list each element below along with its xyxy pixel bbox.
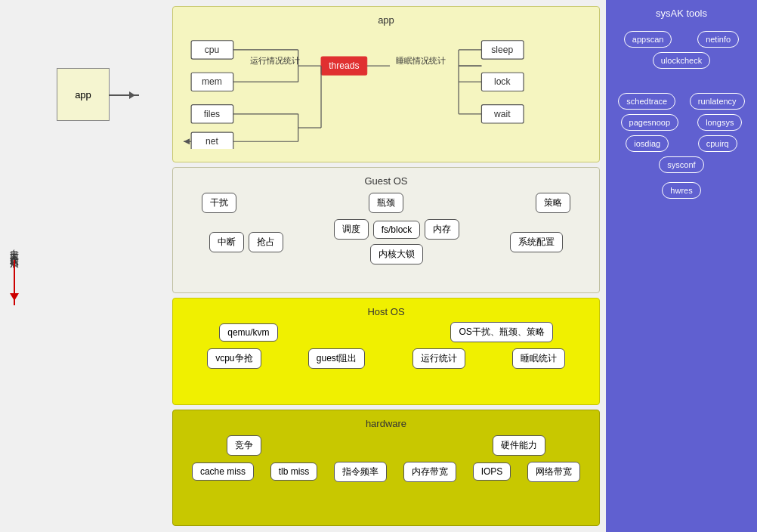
hw-row-1: 竞争 硬件能力 bbox=[184, 435, 589, 456]
chip-jingzheng: 竞争 bbox=[227, 435, 261, 456]
main-panel: app cpu mem files net 运行情况统计 threads 睡眠情… bbox=[166, 0, 606, 532]
tool-schedtrace[interactable]: schedtrace bbox=[618, 93, 675, 110]
sysak-title: sysAK tools bbox=[613, 8, 749, 19]
chip-pingjing: 瓶颈 bbox=[369, 193, 403, 213]
guest-row-2: 中断 抢占 调度 fs/block 内存 内核大锁 系统配置 bbox=[184, 219, 589, 264]
svg-text:sleep: sleep bbox=[491, 45, 513, 55]
chip-iops: IOPS bbox=[473, 462, 511, 481]
chip-xitong: 系统配置 bbox=[510, 232, 563, 252]
tool-row-3: schedtrace runlatency bbox=[613, 93, 749, 110]
section-guest: Guest OS 干扰 瓶颈 策略 中断 抢占 调度 fs/block 内存 bbox=[172, 167, 600, 293]
chip-shuimian-tj: 睡眠统计 bbox=[512, 348, 565, 369]
chip-guest-zu: guest阻出 bbox=[308, 348, 365, 369]
chip-cache-miss: cache miss bbox=[192, 462, 254, 481]
chip-zhongduan: 中断 bbox=[209, 232, 244, 252]
chip-tiaodu: 调度 bbox=[334, 219, 369, 240]
tool-ulockcheck[interactable]: ulockcheck bbox=[653, 52, 710, 69]
chip-neicun-bk: 内存带宽 bbox=[403, 462, 456, 482]
tool-row-4: pagesnoop longsys bbox=[613, 114, 749, 131]
guest-sub-mid: 调度 fs/block 内存 内核大锁 bbox=[334, 219, 460, 264]
vertical-label-container: 自上而下关联拓展 bbox=[8, 242, 20, 305]
svg-text:wait: wait bbox=[493, 109, 511, 119]
svg-text:cpu: cpu bbox=[205, 45, 220, 55]
section-host: Host OS qemu/kvm OS干扰、瓶颈、策略 vcpu争抢 guest… bbox=[172, 298, 600, 404]
chip-os-ganrao: OS干扰、瓶颈、策略 bbox=[450, 322, 552, 342]
chip-neihe: 内核大锁 bbox=[370, 244, 423, 264]
chip-ganrao: 干扰 bbox=[202, 193, 236, 213]
tool-row-2: ulockcheck bbox=[613, 52, 749, 69]
svg-marker-35 bbox=[184, 138, 190, 144]
right-panel: sysAK tools appscan netinfo ulockcheck s… bbox=[606, 0, 757, 532]
tools-grid: appscan netinfo ulockcheck schedtrace ru… bbox=[613, 31, 749, 199]
app-box: app bbox=[57, 68, 110, 121]
svg-text:睡眠情况统计: 睡眠情况统计 bbox=[396, 56, 446, 65]
app-arrow bbox=[109, 94, 139, 96]
chip-fsblock: fs/block bbox=[373, 221, 421, 239]
chip-celue: 策略 bbox=[536, 193, 570, 213]
tool-row-6: sysconf bbox=[613, 156, 749, 173]
chip-zhiling: 指令频率 bbox=[334, 462, 387, 482]
tools-gap-1 bbox=[613, 73, 749, 88]
chip-wangluo-bk: 网络带宽 bbox=[527, 462, 580, 482]
chip-neicun: 内存 bbox=[425, 219, 459, 240]
tool-cpuirq[interactable]: cpuirq bbox=[698, 135, 737, 152]
hardware-section-title: hardware bbox=[184, 418, 589, 429]
svg-text:threads: threads bbox=[329, 60, 359, 71]
tool-iosdiag[interactable]: iosdiag bbox=[626, 135, 669, 152]
left-panel: app 自上而下关联拓展 bbox=[0, 0, 166, 532]
host-section-title: Host OS bbox=[184, 306, 589, 317]
hw-row-2: cache miss tlb miss 指令频率 内存带宽 IOPS 网络带宽 bbox=[184, 462, 589, 482]
app-section-title: app bbox=[184, 14, 589, 26]
svg-text:运行情况统计: 运行情况统计 bbox=[250, 56, 300, 65]
chip-qianzhan: 抢占 bbox=[249, 232, 283, 252]
tool-row-1: appscan netinfo bbox=[613, 31, 749, 48]
tool-runlatency[interactable]: runlatency bbox=[690, 93, 745, 110]
guest-sub-left: 中断 抢占 bbox=[209, 232, 283, 252]
svg-text:files: files bbox=[204, 109, 221, 119]
down-arrow-icon bbox=[14, 260, 15, 305]
tool-netinfo[interactable]: netinfo bbox=[697, 31, 739, 48]
host-row-1: qemu/kvm OS干扰、瓶颈、策略 bbox=[184, 322, 589, 342]
tool-appscan[interactable]: appscan bbox=[624, 31, 672, 48]
vertical-text: 自上而下关联拓展 bbox=[8, 242, 20, 254]
chip-yingjian: 硬件能力 bbox=[493, 435, 545, 456]
tool-row-5: iosdiag cpuirq bbox=[613, 135, 749, 152]
svg-text:lock: lock bbox=[494, 76, 511, 87]
tool-longsys[interactable]: longsys bbox=[697, 114, 742, 131]
app-box-label: app bbox=[75, 89, 91, 101]
tool-row-7: hwres bbox=[613, 182, 749, 199]
chip-vcpu: vcpu争抢 bbox=[207, 348, 261, 369]
tool-pagesnoop[interactable]: pagesnoop bbox=[621, 114, 678, 131]
tool-sysconf[interactable]: sysconf bbox=[659, 156, 703, 173]
section-hardware: hardware 竞争 硬件能力 cache miss tlb miss 指令频… bbox=[172, 410, 600, 526]
chip-yunxing-tj: 运行统计 bbox=[412, 348, 465, 369]
app-flow-diagram: cpu mem files net 运行情况统计 threads 睡眠情况统计 bbox=[184, 32, 589, 149]
tool-hwres[interactable]: hwres bbox=[662, 182, 700, 199]
section-app: app cpu mem files net 运行情况统计 threads 睡眠情… bbox=[172, 6, 600, 162]
guest-sub-right: 系统配置 bbox=[510, 232, 563, 252]
guest-section-title: Guest OS bbox=[184, 175, 589, 187]
chip-qemu: qemu/kvm bbox=[219, 323, 277, 342]
svg-text:net: net bbox=[205, 136, 218, 147]
host-row-2: vcpu争抢 guest阻出 运行统计 睡眠统计 bbox=[184, 348, 589, 369]
guest-row-1: 干扰 瓶颈 策略 bbox=[184, 193, 589, 213]
chip-tlb-miss: tlb miss bbox=[270, 462, 318, 481]
svg-text:mem: mem bbox=[202, 76, 222, 87]
